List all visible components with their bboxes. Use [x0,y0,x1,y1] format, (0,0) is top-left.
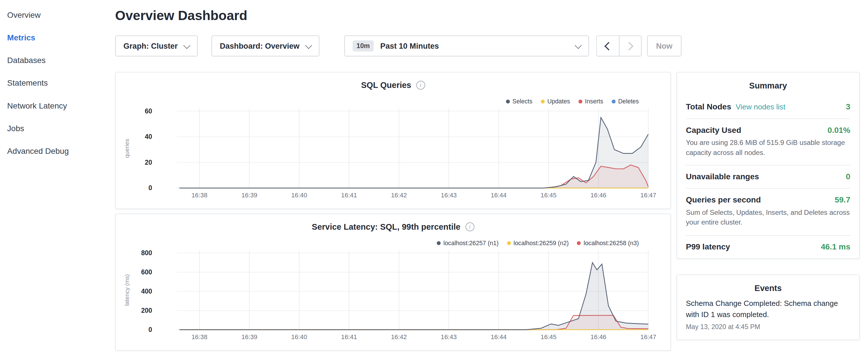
info-icon[interactable]: i [416,81,425,89]
legend-item: Selects [506,98,532,104]
legend-item: localhost:26258 (n3) [577,239,639,246]
info-icon[interactable]: i [465,222,474,231]
legend-dot-icon [506,99,510,103]
x-tick-label: 16:41 [341,192,357,199]
sidebar-item-statements[interactable]: Statements [0,71,115,94]
summary-label: Unavailable ranges [686,172,759,181]
now-button[interactable]: Now [647,35,681,57]
time-range-badge: 10m [352,40,373,52]
service-latency-panel: Service Latency: SQL, 99th percentile i … [115,214,671,351]
x-tick-label: 16:38 [191,192,207,199]
summary-row-total-nodes: Total NodesView nodes list 3 [686,96,850,118]
chevron-right-icon [625,41,633,50]
sidebar-item-metrics[interactable]: Metrics [0,26,115,49]
x-tick-label: 16:45 [541,333,557,341]
chart-legend: SelectsUpdatesInsertsDeletes [506,98,639,104]
sidebar-item-jobs[interactable]: Jobs [0,117,115,139]
sidebar-item-network-latency[interactable]: Network Latency [0,94,115,117]
legend-item: Inserts [578,98,603,104]
chevron-down-icon [305,41,312,49]
dashboard-dropdown[interactable]: Dashboard: Overview [212,35,319,57]
graph-dropdown-label: Graph: Cluster [124,41,178,51]
x-tick-label: 16:39 [241,333,257,341]
time-back-button[interactable] [596,35,619,57]
chart-title: Service Latency: SQL, 99th percentile [312,222,461,231]
events-panel: Events Schema Change Completed: Schema c… [677,274,860,340]
chart-legend: localhost:26257 (n1)localhost:26259 (n2)… [437,239,639,246]
y-tick-label: 40 [145,133,152,140]
y-axis-label: queries [124,139,130,158]
summary-title: Summary [686,72,850,96]
charts-column: SQL Queries i SelectsUpdatesInsertsDelet… [115,72,671,351]
time-forward-button[interactable] [619,35,642,57]
x-tick-label: 16:44 [491,192,506,199]
chevron-down-icon [183,41,191,49]
y-tick-label: 20 [145,159,152,166]
x-tick-label: 16:39 [241,192,257,199]
legend-dot-icon [612,99,616,103]
toolbar: Graph: Cluster Dashboard: Overview 10m P… [115,35,868,57]
x-tick-label: 16:40 [291,192,307,199]
sidebar: Overview Metrics Databases Statements Ne… [0,0,115,354]
y-tick-label: 600 [141,268,152,276]
legend-dot-icon [507,241,511,245]
summary-value: 3 [846,102,850,111]
sql-queries-chart: 16:3816:3916:4016:4116:4216:4316:4416:45… [116,104,671,204]
summary-row-p99-latency: P99 latency 46.1 ms [686,235,850,258]
y-tick-label: 200 [141,307,152,314]
x-tick-label: 16:43 [441,333,457,341]
summary-row-unavailable-ranges: Unavailable ranges 0 [686,165,850,188]
time-pager [596,35,641,57]
summary-panel: Summary Total NodesView nodes list 3 Cap… [677,72,860,259]
summary-value: 46.1 ms [821,242,850,251]
y-axis-label: latency (ms) [124,274,130,305]
summary-label: P99 latency [686,242,730,251]
x-tick-label: 16:38 [191,333,207,341]
view-nodes-link[interactable]: View nodes list [736,103,785,111]
service-latency-chart: 16:3816:3916:4016:4116:4216:4316:4416:45… [116,246,671,345]
x-tick-label: 16:46 [590,192,606,199]
x-tick-label: 16:47 [641,333,656,341]
event-timestamp: May 13, 2020 at 4:45 PM [686,323,850,331]
graph-dropdown[interactable]: Graph: Cluster [115,35,198,57]
series-area [179,263,648,330]
page-title: Overview Dashboard [115,8,868,23]
summary-value: 59.7 [835,195,850,204]
legend-item: Deletes [612,98,639,104]
summary-label: Total Nodes [686,102,731,111]
legend-item: localhost:26257 (n1) [437,239,499,246]
app-root: Overview Metrics Databases Statements Ne… [0,0,868,354]
y-tick-label: 0 [149,184,152,192]
content-row: SQL Queries i SelectsUpdatesInsertsDelet… [115,72,868,351]
x-tick-label: 16:42 [391,333,407,341]
x-tick-label: 16:46 [590,333,606,341]
y-tick-label: 800 [141,249,152,257]
x-tick-label: 16:45 [541,192,557,199]
legend-dot-icon [577,241,581,245]
events-title: Events [686,275,850,298]
chevron-left-icon [604,41,613,50]
summary-row-queries-per-second: Queries per second 59.7 Sum of Selects, … [686,188,850,235]
summary-description: You are using 28.6 MiB of 515.9 GiB usab… [686,138,850,158]
legend-dot-icon [541,99,545,103]
summary-label: Capacity Used [686,126,741,135]
x-tick-label: 16:44 [491,333,506,341]
x-tick-label: 16:42 [391,192,407,199]
legend-item: Updates [541,98,570,104]
main-content: Overview Dashboard Graph: Cluster Dashbo… [115,0,868,354]
legend-item: localhost:26259 (n2) [507,239,569,246]
sidebar-item-databases[interactable]: Databases [0,49,115,71]
time-range-dropdown[interactable]: 10m Past 10 Minutes [344,35,589,57]
x-tick-label: 16:43 [441,192,457,199]
y-tick-label: 0 [149,326,152,333]
right-column: Summary Total NodesView nodes list 3 Cap… [677,72,860,351]
sidebar-item-overview[interactable]: Overview [0,3,115,26]
chart-title: SQL Queries [361,80,411,90]
legend-dot-icon [578,99,582,103]
summary-value: 0 [846,172,850,181]
sidebar-item-advanced-debug[interactable]: Advanced Debug [0,139,115,162]
time-range-label: Past 10 Minutes [380,41,439,51]
y-tick-label: 400 [141,288,152,295]
event-message: Schema Change Completed: Schema change w… [686,298,850,320]
sql-queries-panel: SQL Queries i SelectsUpdatesInsertsDelet… [115,72,671,209]
